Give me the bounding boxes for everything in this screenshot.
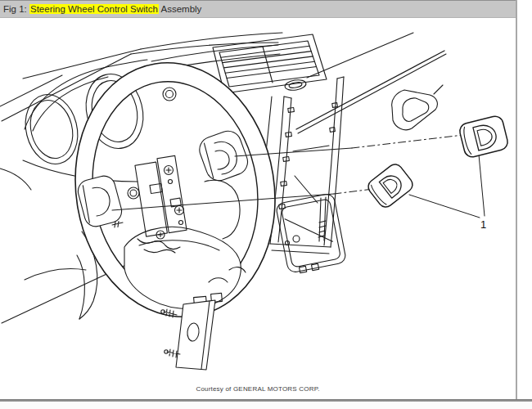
steering-wheel-diagram: 1 (0, 0, 532, 409)
console-tray (275, 193, 346, 273)
figure-titlebar: Fig 1: Steering Wheel Control Switch Ass… (0, 0, 516, 18)
search-highlight: Steering Wheel Control Switch (29, 4, 159, 14)
dash-top-right-lines (296, 33, 446, 133)
control-switch-upper (458, 115, 510, 159)
figure-title-suffix: Assembly (159, 4, 201, 14)
figure-label: Fig 1: (3, 4, 29, 14)
callout-1-label: 1 (480, 218, 486, 231)
figure-viewer-panel: Fig 1: Steering Wheel Control Switch Ass… (0, 0, 532, 409)
center-air-vents (213, 34, 327, 93)
panel-border-bottom (0, 399, 532, 402)
door-handle (392, 85, 443, 130)
airbag-pad (124, 180, 246, 308)
panel-border-right (516, 0, 517, 400)
control-switch-lower (365, 161, 415, 209)
courtesy-credit: Courtesy of GENERAL MOTORS CORP. (0, 385, 516, 393)
